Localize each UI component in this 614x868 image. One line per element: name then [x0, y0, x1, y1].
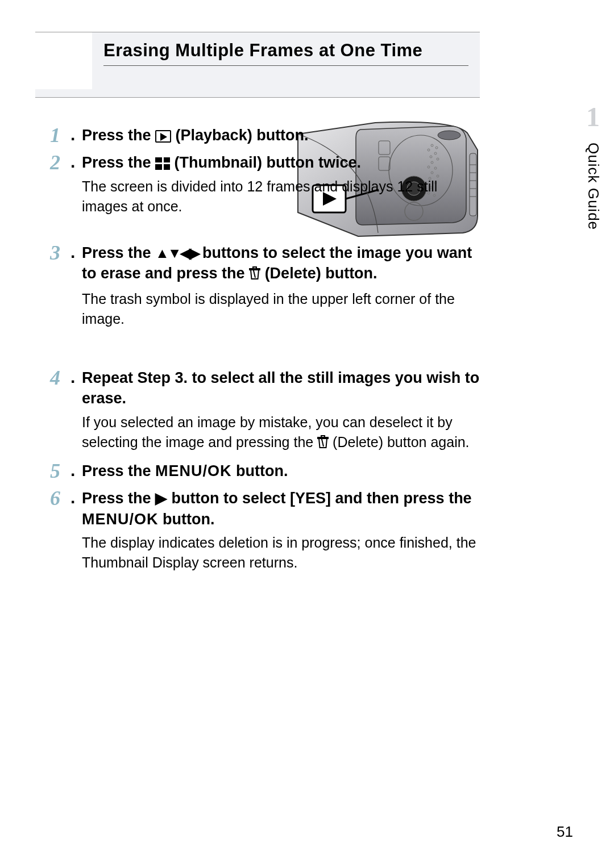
instruction-list: 1 . Press the (Playback) button. 2 . Pre… [50, 125, 481, 579]
chapter-number: 1 [572, 101, 614, 132]
playback-icon [155, 130, 171, 143]
step-title: Press the (Thumbnail) button twice. [82, 152, 481, 173]
menu-ok-label: MENU/OK [155, 462, 232, 479]
delete-icon [249, 265, 260, 285]
header-decor-square [35, 32, 92, 89]
section-header: Erasing Multiple Frames at One Time [35, 32, 480, 98]
section-title: Erasing Multiple Frames at One Time [103, 40, 468, 66]
step-number: 6 [50, 488, 70, 508]
direction-pad-icon: ▲▼◀▶ [155, 245, 198, 261]
chapter-label: Quick Guide [572, 143, 614, 234]
menu-ok-label: MENU/OK [82, 511, 159, 528]
step-number: 5 [50, 461, 70, 481]
step-body-text: The display indicates deletion is in pro… [82, 533, 481, 573]
step-2: 2 . Press the (Thumbnail) button twice. … [50, 152, 481, 216]
step-5: 5 . Press the MENU/OK button. [50, 461, 481, 481]
step-6: 6 . Press the ▶ button to select [YES] a… [50, 488, 481, 573]
step-title: Press the ▶ button to select [YES] and t… [82, 488, 481, 529]
step-4: 4 . Repeat Step 3. to select all the sti… [50, 368, 481, 454]
step-number: 4 [50, 368, 70, 388]
step-title: Press the ▲▼◀▶ buttons to select the ima… [82, 243, 481, 286]
page-number: 51 [557, 823, 573, 841]
delete-icon [317, 434, 329, 454]
step-number: 2 [50, 152, 70, 173]
step-body-text: The screen is divided into 12 frames and… [82, 177, 481, 216]
step-title: Press the MENU/OK button. [82, 461, 481, 481]
step-3: 3 . Press the ▲▼◀▶ buttons to select the… [50, 243, 481, 329]
step-number: 3 [50, 243, 70, 263]
right-arrow-icon: ▶ [155, 490, 167, 507]
step-1: 1 . Press the (Playback) button. [50, 125, 481, 145]
step-body-text: The trash symbol is displayed in the upp… [82, 289, 481, 329]
step-body-text: If you selected an image by mistake, you… [82, 412, 481, 454]
step-title: Press the (Playback) button. [82, 125, 481, 145]
chapter-tab: 1 Quick Guide [572, 101, 614, 234]
step-title: Repeat Step 3. to select all the still i… [82, 368, 481, 409]
thumbnail-icon [155, 157, 170, 170]
step-number: 1 [50, 125, 70, 145]
